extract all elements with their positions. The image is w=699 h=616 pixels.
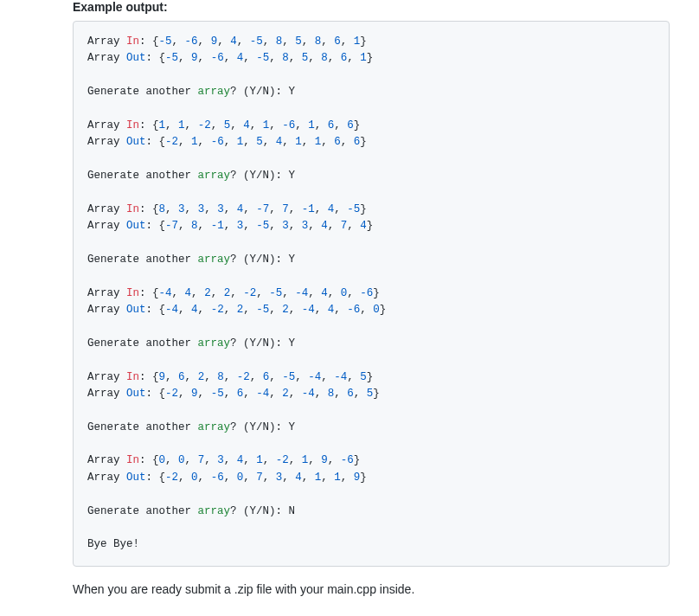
- code-line: Generate another array? (Y/N): Y: [87, 336, 655, 352]
- code-line: [87, 235, 655, 252]
- code-line: [87, 268, 655, 285]
- code-line: Generate another array? (Y/N): Y: [87, 420, 655, 436]
- code-line: Array Out: {-2, 1, -6, 1, 5, 4, 1, 1, 6,…: [87, 134, 655, 151]
- submission-instruction: When you are ready submit a .zip file wi…: [0, 582, 699, 596]
- code-line: Generate another array? (Y/N): N: [87, 504, 655, 520]
- code-line: [87, 101, 655, 118]
- code-line: [87, 184, 655, 201]
- code-line: [87, 318, 655, 335]
- code-line: Array Out: {-7, 8, -1, 3, -5, 3, 3, 4, 7…: [87, 218, 655, 234]
- code-line: [87, 486, 655, 503]
- code-line: Array Out: {-4, 4, -2, 2, -5, 2, -4, 4, …: [87, 302, 655, 318]
- code-line: [87, 67, 655, 84]
- code-line: [87, 436, 655, 452]
- code-line: Array Out: {-2, 0, -6, 0, 7, 3, 4, 1, 1,…: [87, 470, 655, 486]
- code-line: Array In: {-4, 4, 2, 2, -2, -5, -4, 4, 0…: [87, 286, 655, 302]
- code-line: Array In: {9, 6, 2, 8, -2, 6, -5, -4, -4…: [87, 369, 655, 386]
- code-line: [87, 520, 655, 536]
- content-container: Example output: Array In: {-5, -6, 9, 4,…: [0, 0, 699, 613]
- code-line: Array Out: {-5, 9, -6, 4, -5, 8, 5, 8, 6…: [87, 50, 655, 67]
- example-output-heading: Example output:: [0, 0, 699, 21]
- code-line: Array In: {1, 1, -2, 5, 4, 1, -6, 1, 6, …: [87, 118, 655, 134]
- example-output-code-block: Array In: {-5, -6, 9, 4, -5, 8, 5, 8, 6,…: [73, 21, 670, 567]
- code-line: [87, 402, 655, 419]
- code-line: Array In: {-5, -6, 9, 4, -5, 8, 5, 8, 6,…: [87, 34, 655, 50]
- code-line: [87, 352, 655, 369]
- code-line: Generate another array? (Y/N): Y: [87, 84, 655, 100]
- code-line: [87, 151, 655, 168]
- code-line: Array In: {0, 0, 7, 3, 4, 1, -2, 1, 9, -…: [87, 452, 655, 469]
- code-line: Generate another array? (Y/N): Y: [87, 168, 655, 184]
- code-line: Array In: {8, 3, 3, 3, 4, -7, 7, -1, 4, …: [87, 202, 655, 218]
- code-line: Array Out: {-2, 9, -5, 6, -4, 2, -4, 8, …: [87, 386, 655, 402]
- code-line: Generate another array? (Y/N): Y: [87, 252, 655, 268]
- code-line: Bye Bye!: [87, 536, 655, 553]
